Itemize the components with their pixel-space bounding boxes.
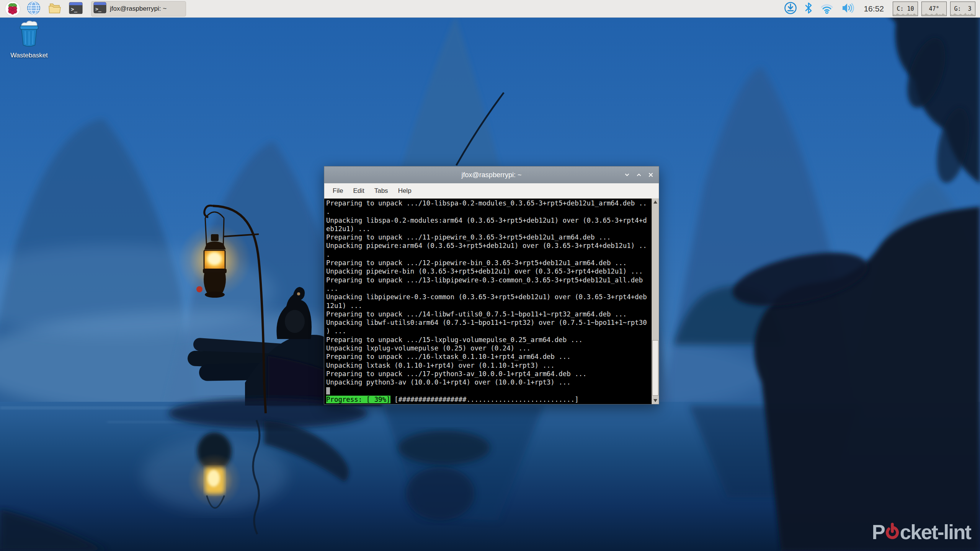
menu-item[interactable]: Edit [348, 187, 369, 195]
window-controls [624, 166, 653, 183]
terminal-output-line: Unpacking lxtask (0.1.10-1+rpt4) over (0… [326, 361, 659, 370]
terminal-scrollbar[interactable] [652, 199, 659, 404]
terminal-output[interactable]: Preparing to unpack .../10-libspa-0.2-mo… [324, 199, 659, 404]
terminal-icon: >_ [69, 2, 83, 16]
terminal-output-line: Preparing to unpack .../15-lxplug-volume… [326, 336, 659, 344]
monitor-widget[interactable]: C: 10 [893, 2, 918, 16]
terminal-icon: >_ [93, 2, 106, 15]
taskbar: >_ >_ jfox@raspberrypi: ~ [0, 0, 980, 18]
browser-launcher[interactable] [25, 1, 42, 16]
terminal-window: jfox@raspberrypi: ~ [324, 166, 659, 404]
terminal-output-line: 12u1) ... [326, 302, 659, 310]
watermark-text-after: cket-lint [900, 520, 971, 544]
window-title: jfox@raspberrypi: ~ [324, 171, 659, 179]
terminal-output-line: Preparing to unpack .../10-libspa-0.2-mo… [326, 199, 659, 207]
terminal-cursor-line [326, 387, 659, 395]
system-tray: 16:52 C: 10 47° [784, 2, 976, 16]
monitor-widget[interactable]: 47° [921, 2, 947, 16]
terminal-cursor [326, 387, 330, 395]
terminal-output-line: Unpacking lxplug-volumepulse (0.25) over… [326, 344, 659, 352]
monitor-widget[interactable]: G: 3 [950, 2, 975, 16]
terminal-output-line: Unpacking libspa-0.2-modules:arm64 (0.3.… [326, 216, 659, 225]
start-menu-button[interactable] [4, 1, 21, 16]
terminal-menubar: File Edit Tabs Help [324, 183, 659, 199]
terminal-progress-line: Progress: [ 39%] [#################.....… [326, 395, 659, 404]
terminal-output-lines: Preparing to unpack .../10-libspa-0.2-mo… [326, 199, 659, 387]
wastebasket-icon [16, 42, 42, 50]
window-titlebar[interactable]: jfox@raspberrypi: ~ [324, 166, 659, 183]
menu-item[interactable]: File [328, 187, 348, 195]
terminal-output-line: Unpacking python3-av (10.0.0-1+rpt4) ove… [326, 378, 659, 386]
bluetooth-icon[interactable] [804, 2, 813, 16]
scroll-down-icon[interactable] [652, 397, 659, 404]
terminal-output-line: . [326, 250, 659, 259]
desktop: P cket-lint Wastebasket [0, 0, 980, 551]
terminal-output-line: ) ... [326, 327, 659, 335]
terminal-output-line: Preparing to unpack .../16-lxtask_0.1.10… [326, 352, 659, 361]
terminal-launcher[interactable]: >_ [67, 1, 85, 16]
monitor-graph-icon [893, 11, 917, 15]
scrollbar-thumb[interactable] [652, 340, 658, 396]
pocketlint-watermark: P cket-lint [872, 519, 971, 545]
terminal-output-line: Preparing to unpack .../14-libwf-utils0_… [326, 310, 659, 318]
wastebasket-label: Wastebasket [6, 52, 52, 59]
close-icon [648, 172, 653, 178]
terminal-output-line: Preparing to unpack .../11-pipewire_0.3.… [326, 233, 659, 241]
power-icon [885, 522, 900, 545]
taskbar-window-button[interactable]: >_ jfox@raspberrypi: ~ [91, 1, 186, 16]
terminal-output-line: . [326, 207, 659, 216]
terminal-output-line: Unpacking libpipewire-0.3-common (0.3.65… [326, 293, 659, 301]
progress-percentage: Progress: [ 39%] [326, 396, 390, 403]
chevron-down-icon [624, 172, 630, 178]
svg-text:>_: >_ [71, 6, 77, 13]
menu-item[interactable]: Help [393, 187, 416, 195]
terminal-output-line: Preparing to unpack .../13-libpipewire-0… [326, 276, 659, 284]
clock[interactable]: 16:52 [864, 4, 884, 13]
monitor-graph-icon [922, 11, 946, 15]
terminal-output-line: Unpacking pipewire-bin (0.3.65-3+rpt5+de… [326, 267, 659, 276]
updates-download-icon[interactable] [784, 2, 797, 16]
terminal-output-line: Preparing to unpack .../12-pipewire-bin_… [326, 259, 659, 267]
file-manager-launcher[interactable] [46, 1, 64, 16]
chevron-up-icon [636, 172, 642, 178]
close-button[interactable] [648, 172, 653, 178]
wifi-icon[interactable] [820, 2, 834, 15]
terminal-output-line: Preparing to unpack .../17-python3-av_10… [326, 370, 659, 378]
watermark-text-before: P [872, 520, 884, 544]
wastebasket-shortcut[interactable]: Wastebasket [6, 20, 52, 59]
terminal-output-line: Unpacking pipewire:arm64 (0.3.65-3+rpt5+… [326, 241, 659, 250]
minimize-button[interactable] [624, 172, 630, 178]
terminal-output-line: eb12u1) ... [326, 225, 659, 233]
taskbar-window-label: jfox@raspberrypi: ~ [110, 5, 167, 13]
progress-bar: [#################......................… [390, 396, 579, 403]
monitor-graph-icon [951, 11, 975, 15]
terminal-output-line: ... [326, 284, 659, 293]
terminal-output-line: Unpacking libwf-utils0:arm64 (0.7.5-1~bp… [326, 318, 659, 327]
maximize-button[interactable] [636, 172, 642, 178]
svg-text:>_: >_ [95, 6, 101, 12]
system-monitors: C: 10 47° G: 3 [893, 2, 975, 16]
scroll-up-icon[interactable] [652, 199, 659, 205]
raspberry-menu-icon [5, 2, 20, 16]
folder-icon [48, 2, 62, 15]
menu-item[interactable]: Tabs [369, 187, 393, 195]
volume-icon[interactable] [841, 2, 855, 15]
globe-icon [27, 1, 41, 16]
